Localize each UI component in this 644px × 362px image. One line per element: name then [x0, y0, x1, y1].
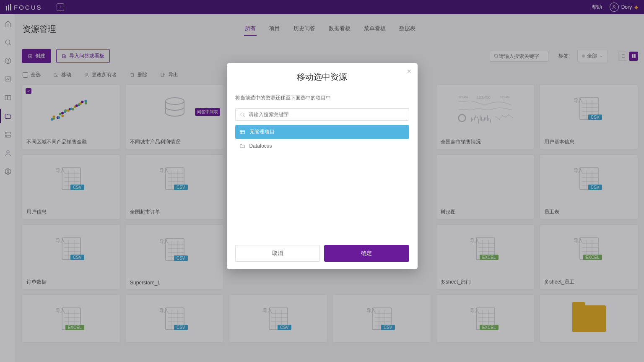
modal-search-wrapper[interactable]: [235, 108, 409, 121]
confirm-button[interactable]: 确定: [324, 245, 409, 262]
project-list: 无管理项目Datafocus: [227, 125, 418, 238]
project-name: Datafocus: [249, 143, 272, 149]
move-modal: ✕ 移动选中资源 将当前选中的资源迁移至下面选中的项目中 无管理项目Datafo…: [227, 63, 418, 269]
svg-rect-67: [240, 130, 244, 133]
modal-subtitle: 将当前选中的资源迁移至下面选中的项目中: [227, 94, 418, 106]
project-item[interactable]: Datafocus: [235, 140, 409, 152]
modal-title: 移动选中资源: [227, 71, 418, 83]
modal-overlay[interactable]: ✕ 移动选中资源 将当前选中的资源迁移至下面选中的项目中 无管理项目Datafo…: [0, 0, 644, 362]
project-item[interactable]: 无管理项目: [235, 125, 409, 139]
close-icon[interactable]: ✕: [407, 68, 412, 75]
project-name: 无管理项目: [249, 128, 275, 135]
modal-search-input[interactable]: [249, 112, 405, 117]
svg-point-66: [241, 113, 244, 116]
cancel-button[interactable]: 取消: [235, 245, 320, 262]
modal-footer: 取消 确定: [227, 238, 418, 269]
